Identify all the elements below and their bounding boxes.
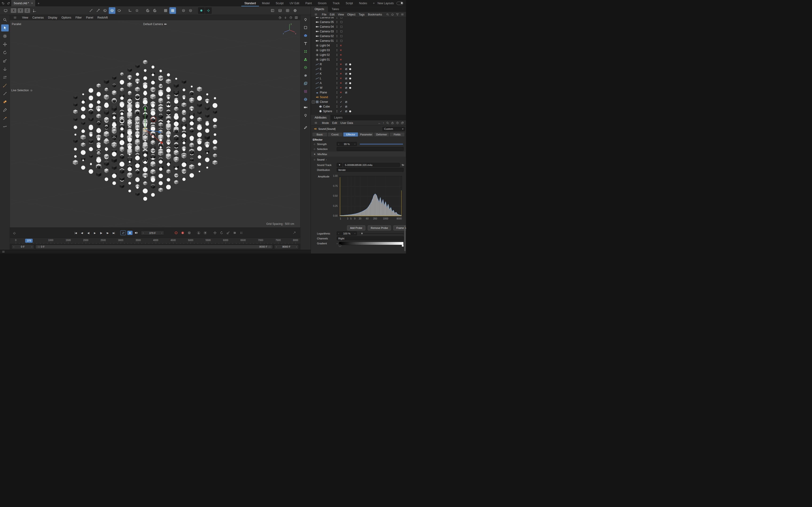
live-selection-tool[interactable] [1,24,9,32]
viewport-menu-display[interactable]: Display [48,16,57,19]
object-row-k[interactable]: K× [311,71,406,76]
keyable-icon[interactable]: ◇ [314,143,317,145]
object-row-a[interactable]: A× [311,81,406,86]
visibility-dots-icon[interactable] [335,72,339,75]
object-row-camera-05[interactable]: Camera 05 [311,20,406,24]
lock-icon[interactable] [391,121,394,124]
material-tag-icon[interactable] [349,82,352,85]
next-key-icon[interactable]: •▶ [105,232,110,234]
grid-icon[interactable] [162,7,169,14]
key-settings-icon[interactable] [188,231,191,235]
object-row-plane[interactable]: Plane× [311,90,406,95]
filter-scale-icon[interactable] [226,231,230,234]
render-view-icon[interactable] [198,7,205,14]
phong-tag-icon[interactable] [345,110,348,113]
layout-tab-standard[interactable]: Standard [241,0,259,6]
up-icon[interactable]: ↑ [383,121,384,125]
object-row-camera-03[interactable]: Camera 03 [311,29,406,34]
filter-position-icon[interactable] [213,231,217,234]
sound-track-dropdown[interactable]: ▾ [337,163,342,167]
material-tag-icon[interactable] [349,63,352,66]
state-x-icon[interactable]: × [340,58,342,61]
object-row-camera-02[interactable]: Camera 02 [311,34,406,39]
workplane-icon[interactable] [126,7,133,14]
move-tool[interactable] [1,41,9,48]
capsule-icon[interactable] [203,231,207,235]
state-x-icon[interactable]: × [340,63,342,66]
state-x-icon[interactable]: × [340,81,342,85]
viewport-menu-panel[interactable]: Panel [86,16,93,19]
tweak-cube-icon[interactable] [102,7,108,14]
close-tab-icon[interactable]: × [31,1,33,5]
layout-split-icon[interactable] [277,7,283,14]
smooth-tool[interactable] [1,123,9,130]
section-tab-fields[interactable]: Fields [390,132,405,136]
state-check-icon[interactable]: ✓ [340,105,342,108]
gradient-knot-right[interactable] [402,245,404,247]
visibility-dots-icon[interactable] [335,105,339,108]
state-x-icon[interactable]: × [340,86,342,90]
autokey-record-icon[interactable]: A [181,231,185,235]
loop-mode-button[interactable] [120,230,126,235]
scene-globe-icon[interactable] [302,96,309,102]
knife-tool[interactable] [1,115,9,122]
keyable-icon[interactable]: ◇ [314,148,317,150]
attributes-tab-layers[interactable]: Layers [331,115,346,120]
layout-tab-groom[interactable]: Groom [315,0,329,6]
viewport-menu-redshift[interactable]: Redshift [98,16,108,19]
visibility-dots-icon[interactable] [335,25,339,29]
waveform-icon[interactable] [401,163,405,167]
gradient-bar[interactable] [339,242,404,245]
drop-icon[interactable] [284,16,287,19]
view-orbit-right-icon[interactable] [152,7,158,14]
mograph-effector-icon[interactable] [302,64,309,70]
coordinate-system-icon[interactable] [31,7,38,14]
spline-primitive-icon[interactable] [302,24,309,31]
viewport-menu-cameras[interactable]: Cameras [33,16,44,19]
target-a-icon[interactable] [180,7,187,14]
layout-single-icon[interactable] [269,7,276,14]
visibility-dots-icon[interactable] [335,110,339,113]
viewport-capture-icon[interactable] [2,7,9,14]
objects-menu-bookmarks[interactable]: Bookmarks [368,13,382,16]
section-tab-coord[interactable]: Coord. [328,132,343,136]
quad-view-icon[interactable] [295,16,298,19]
state-target-icon[interactable] [340,30,343,33]
section-tab-effector[interactable]: Effector [343,132,358,136]
minmax-group[interactable]: ▶ Min/Max [311,152,406,157]
playhead[interactable]: 379 [25,239,33,243]
material-pencil-icon[interactable] [302,124,309,130]
viewport-menu-options[interactable]: Options [61,16,71,19]
object-row-light-03[interactable]: Light 03× [311,48,406,53]
object-row-e[interactable]: E× [311,67,406,71]
history-icon[interactable] [289,16,293,19]
status-menu-icon[interactable] [2,250,5,253]
autokey-button[interactable]: A [128,231,133,235]
phong-tag-icon[interactable] [345,87,348,90]
filter-icon[interactable] [396,13,399,16]
material-tag-icon[interactable] [349,110,352,113]
timeline-expand-icon[interactable] [293,231,296,234]
material-tag-icon[interactable] [349,87,352,90]
phong-tag-icon[interactable] [345,77,348,80]
objects-menu-view[interactable]: View [338,13,344,16]
modeling-settings-tool[interactable] [1,33,9,40]
axis-tool[interactable] [1,65,9,72]
axis-lock-z[interactable]: Z [24,8,30,13]
visibility-dots-icon[interactable] [335,63,339,66]
preset-dropdown[interactable]: Custom▾ [383,127,405,131]
object-menu-icon[interactable] [313,13,319,16]
add-layout-button[interactable]: + [373,2,375,5]
state-x-icon[interactable]: × [340,91,342,94]
filter-parameter-icon[interactable] [233,231,236,234]
strength-slider[interactable] [360,144,404,145]
range-start-spinner[interactable]: ‹0 F› [11,244,34,249]
transfer-tool[interactable] [1,74,9,81]
objects-tab-takes[interactable]: Takes [328,6,343,12]
visibility-dots-icon[interactable] [335,67,339,71]
state-x-icon[interactable]: × [340,44,342,47]
phong-tag-icon[interactable] [345,63,348,66]
add-probe-button[interactable]: Add Probe [347,225,365,230]
range-left-grip[interactable] [38,246,40,248]
search-icon[interactable] [386,121,389,124]
